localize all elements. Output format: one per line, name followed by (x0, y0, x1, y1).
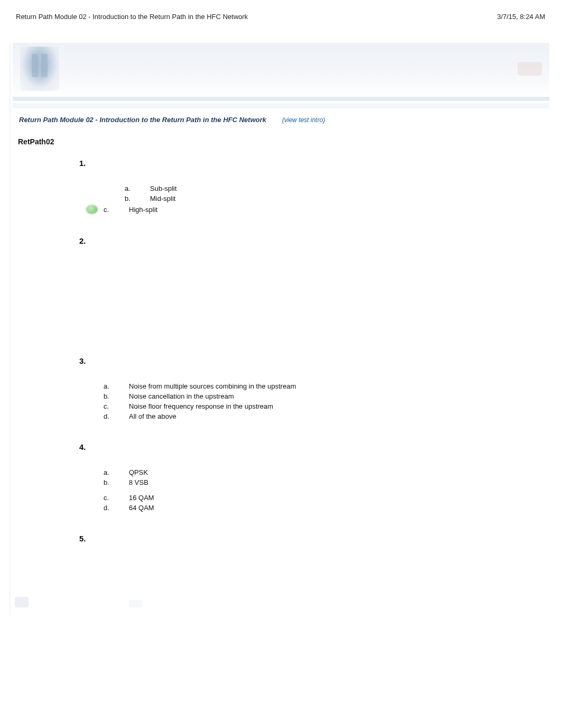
option-text: 8 VSB (124, 478, 148, 486)
question-body-blank (11, 245, 551, 335)
question-3: 3. a. Noise from multiple sources combin… (11, 356, 551, 421)
option-letter: a. (124, 185, 145, 192)
question-number: 2. (11, 236, 551, 245)
option-text: Sub-split (145, 185, 177, 192)
option-row[interactable]: a. Sub-split (11, 183, 551, 193)
option-row[interactable]: b. 8 VSB (11, 477, 551, 487)
option-row[interactable]: c. Noise floor frequency response in the… (11, 401, 551, 411)
question-number: 4. (11, 443, 551, 451)
option-letter: b. (102, 392, 124, 400)
option-text: 16 QAM (124, 494, 154, 502)
option-text: All of the above (124, 412, 176, 420)
option-letter: d. (102, 412, 124, 420)
question-2: 2. (11, 236, 551, 335)
footer-blur-left (15, 597, 29, 607)
header-right: 3/7/15, 8:24 AM (497, 13, 545, 21)
option-text: Mid-split (145, 195, 175, 202)
option-text: Noise cancellation in the upstream (124, 392, 234, 400)
option-text: 64 QAM (124, 504, 154, 512)
option-row[interactable]: c. High-split (11, 204, 551, 215)
page-header: Return Path Module 02 - Introduction to … (0, 0, 561, 24)
footer-blur-mid (129, 600, 143, 607)
course-title: Return Path Module 02 - Introduction to … (19, 116, 266, 124)
title-row: Return Path Module 02 - Introduction to … (11, 108, 551, 127)
correct-indicator-icon (86, 205, 98, 214)
question-number: 5. (11, 534, 551, 543)
option-letter: b. (124, 195, 145, 202)
banner-right-blur (518, 62, 542, 76)
question-4: 4. a. QPSK b. 8 VSB c. 16 QAM d. 64 QAM (11, 443, 551, 513)
page-body: Return Path Module 02 - Introduction to … (10, 43, 551, 617)
question-options: a. Noise from multiple sources combining… (11, 381, 551, 421)
course-code: RetPath02 (11, 127, 551, 146)
option-row[interactable]: b. Mid-split (11, 193, 551, 204)
option-row[interactable]: b. Noise cancellation in the upstream (11, 391, 551, 401)
correct-mark-slot (81, 205, 102, 214)
question-number: 1. (11, 159, 551, 168)
questions: 1. a. Sub-split b. Mid-split c. (11, 146, 551, 617)
option-row[interactable]: c. 16 QAM (11, 493, 551, 503)
banner (13, 43, 549, 95)
option-text: Noise floor frequency response in the up… (124, 402, 273, 410)
option-letter: b. (102, 478, 124, 486)
question-1: 1. a. Sub-split b. Mid-split c. (11, 159, 551, 215)
banner-strip (13, 97, 549, 101)
question-options: a. Sub-split b. Mid-split c. High-split (11, 183, 551, 215)
view-test-intro-link[interactable]: (view test intro) (282, 116, 325, 124)
question-5: 5. (11, 534, 551, 617)
option-letter: c. (102, 402, 124, 410)
option-letter: d. (102, 504, 124, 512)
question-options: a. QPSK b. 8 VSB c. 16 QAM d. 64 QAM (11, 467, 551, 513)
logo-icon (20, 47, 59, 91)
question-body-blank (11, 543, 551, 617)
option-letter: a. (102, 468, 124, 476)
option-row[interactable]: d. All of the above (11, 411, 551, 421)
option-letter: c. (102, 206, 124, 214)
option-text: QPSK (124, 468, 148, 476)
option-row[interactable]: a. QPSK (11, 467, 551, 477)
option-row[interactable]: a. Noise from multiple sources combining… (11, 381, 551, 391)
question-number: 3. (11, 356, 551, 365)
banner-strip (13, 103, 549, 108)
option-row[interactable]: d. 64 QAM (11, 503, 551, 513)
option-letter: a. (102, 382, 124, 390)
header-left: Return Path Module 02 - Introduction to … (16, 13, 248, 21)
option-text: High-split (124, 206, 157, 214)
option-text: Noise from multiple sources combining in… (124, 382, 296, 390)
option-letter: c. (102, 494, 124, 502)
